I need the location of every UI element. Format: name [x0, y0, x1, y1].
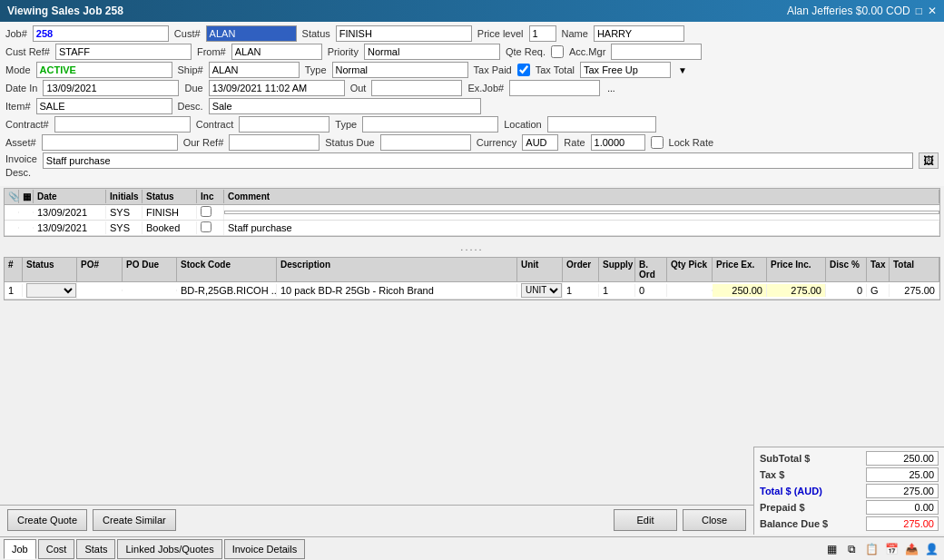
create-quote-button[interactable]: Create Quote	[7, 509, 87, 531]
item-label: Item#	[5, 101, 31, 112]
item1-bord: 0	[635, 284, 667, 297]
tab-icon-clipboard[interactable]: 📋	[864, 542, 879, 556]
items-header-stock: Stock Code	[177, 258, 277, 281]
tab-cost[interactable]: Cost	[38, 539, 75, 559]
lock-rate-checkbox[interactable]	[651, 136, 664, 149]
title-bar-right: Alan Jefferies $0.00 COD □ ✕	[787, 5, 937, 17]
content-wrapper: Job# 258 Cust# ALAN Status FINISH Price …	[0, 22, 944, 560]
row2-comment: Staff purchase	[224, 221, 939, 234]
from-label: From#	[197, 46, 226, 57]
tax-paid-checkbox[interactable]	[517, 64, 530, 76]
item1-price-inc: 275.00	[767, 284, 826, 297]
separator: .....	[0, 239, 944, 255]
form-row-7: Asset# Our Ref# Status Due Currency AUD …	[5, 134, 939, 151]
from-value: ALAN	[231, 44, 322, 60]
tax-total-label: Tax Total	[536, 64, 575, 75]
items-header-total: Total	[890, 258, 939, 281]
priority-label: Priority	[328, 46, 359, 57]
status-label: Status	[302, 28, 330, 39]
status-due-value	[380, 134, 471, 151]
tab-invoice-details[interactable]: Invoice Details	[224, 539, 306, 559]
row2-attach	[5, 227, 19, 229]
row2-inc	[197, 221, 224, 235]
row1-attach	[5, 211, 19, 213]
tab-icon-person[interactable]: 👤	[924, 542, 939, 556]
row2-date: 13/09/2021	[34, 221, 106, 234]
ex-job-dots-button[interactable]: ...	[607, 84, 615, 93]
tab-row: Job Cost Stats Linked Jobs/Quotes Invoic…	[0, 536, 944, 560]
cust-label: Cust#	[174, 28, 201, 39]
type-label: Type	[305, 64, 327, 75]
due-value: 13/09/2021 11:02 AM	[209, 80, 345, 96]
acc-mgr-value	[611, 44, 702, 60]
minimize-button[interactable]: □	[916, 5, 922, 17]
qte-req-checkbox[interactable]	[551, 45, 564, 58]
header-doc: ▦	[19, 190, 34, 203]
balance-due-row: Balance Due $ 275.00	[760, 516, 939, 532]
form-row-5: Item# SALE Desc. Sale	[5, 98, 939, 114]
row1-inc-checkbox[interactable]	[201, 206, 211, 217]
prepaid-value: 0.00	[866, 500, 939, 515]
tab-icon-grid[interactable]: ▦	[824, 542, 839, 556]
title-bar: Viewing Sales Job 258 Alan Jefferies $0.…	[0, 0, 944, 22]
invoice-desc-label: Invoice Desc.	[5, 152, 37, 181]
tax-row: Tax $ 25.00	[760, 467, 939, 483]
window-title: Viewing Sales Job 258	[7, 5, 123, 17]
ship-value: ALAN	[209, 62, 300, 78]
items-header-unit: Unit	[517, 258, 563, 281]
form-row-4: Date In 13/09/2021 Due 13/09/2021 11:02 …	[5, 80, 939, 96]
total-value: 275.00	[866, 484, 939, 498]
items-header-qty-pick: Qty Pick	[667, 258, 713, 281]
close-button[interactable]: ✕	[928, 5, 937, 17]
tab-icon-export[interactable]: 📤	[904, 542, 919, 556]
location-label: Location	[504, 119, 542, 130]
balance-due-label: Balance Due $	[760, 518, 828, 529]
tab-icon-copy[interactable]: ⧉	[844, 542, 859, 556]
row2-inc-checkbox[interactable]	[201, 221, 211, 232]
items-grid: # Status PO# PO Due Stock Code Descripti…	[4, 257, 940, 300]
close-button-main[interactable]: Close	[683, 509, 746, 531]
status-due-label: Status Due	[325, 137, 374, 148]
due-label: Due	[184, 83, 202, 93]
items-header-disc: Disc %	[826, 258, 867, 281]
invoice-desc-icon-button[interactable]: 🖼	[919, 152, 939, 169]
items-header-bord: B. Ord	[635, 258, 667, 281]
item1-desc: 10 pack BD-R 25Gb - Ricoh Brand	[277, 284, 517, 297]
priority-value: Normal	[364, 44, 500, 60]
tab-stats[interactable]: Stats	[76, 539, 115, 559]
tab-icon-calendar[interactable]: 📅	[884, 542, 899, 556]
item1-status-select[interactable]	[26, 283, 76, 298]
subtotal-row: SubTotal $ 250.00	[760, 450, 939, 467]
total-row: Total $ (AUD) 275.00	[760, 483, 939, 499]
row1-initials: SYS	[106, 206, 143, 219]
header-inc: Inc	[197, 190, 224, 203]
job-label: Job#	[5, 28, 27, 39]
contract-label: Contract#	[5, 119, 49, 130]
notes-grid: 📎 ▦ Date Initials Status Inc Comment 13/…	[4, 188, 940, 237]
item1-tax: G	[867, 284, 890, 297]
price-level-label: Price level	[477, 28, 524, 39]
header-status: Status	[143, 190, 197, 203]
button-row: Create Quote Create Similar Edit Close	[0, 505, 753, 535]
tab-linked-jobs-quotes[interactable]: Linked Jobs/Quotes	[117, 539, 221, 559]
item1-unit: UNIT	[517, 282, 563, 299]
item1-disc: 0	[826, 284, 867, 297]
tax-total-dropdown-icon[interactable]: ▼	[678, 65, 687, 75]
ex-job-value	[509, 80, 600, 96]
row2-status: Booked	[143, 221, 197, 234]
desc-value: Sale	[209, 98, 481, 114]
item1-unit-select[interactable]: UNIT	[521, 283, 562, 298]
items-header-supply: Supply	[599, 258, 635, 281]
row2-doc	[19, 227, 34, 229]
row1-date: 13/09/2021	[34, 206, 106, 219]
currency-label: Currency	[477, 137, 517, 148]
our-ref-value	[229, 134, 320, 151]
create-similar-button[interactable]: Create Similar	[93, 509, 176, 531]
location-value	[547, 116, 656, 133]
form-row-3: Mode ACTIVE Ship# ALAN Type Normal Tax P…	[5, 62, 939, 78]
notes-row-1: 13/09/2021 SYS FINISH	[5, 205, 939, 221]
edit-button[interactable]: Edit	[614, 509, 677, 531]
tab-job[interactable]: Job	[4, 539, 36, 559]
our-ref-label: Our Ref#	[183, 137, 224, 148]
out-value	[371, 80, 462, 96]
